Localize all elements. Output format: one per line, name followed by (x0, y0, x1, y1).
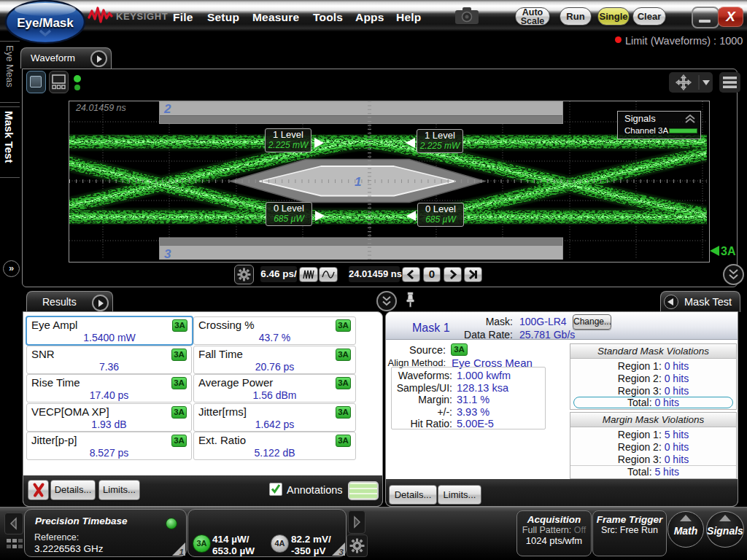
svg-text:Eye/Mask: Eye/Mask (17, 16, 74, 30)
svg-text:KEYSIGHT: KEYSIGHT (116, 11, 168, 22)
svg-text:3: 3 (164, 247, 171, 260)
svg-text:24.01459 ns: 24.01459 ns (75, 103, 126, 113)
svg-text:2: 2 (163, 102, 171, 116)
svg-text:1: 1 (355, 175, 361, 189)
